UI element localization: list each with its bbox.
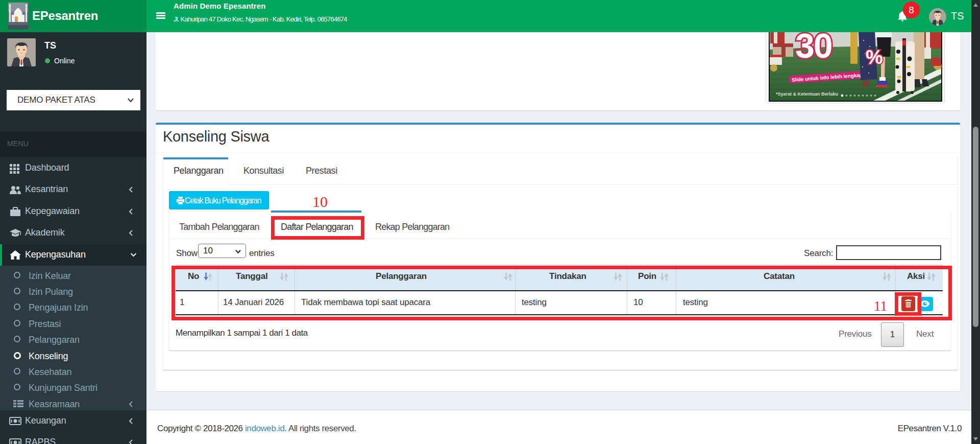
svg-text:30: 30 [795,32,832,65]
svg-text:*Syarat & Ketentuan Berlaku: *Syarat & Ketentuan Berlaku [776,91,838,97]
svg-text:%: % [866,46,883,68]
